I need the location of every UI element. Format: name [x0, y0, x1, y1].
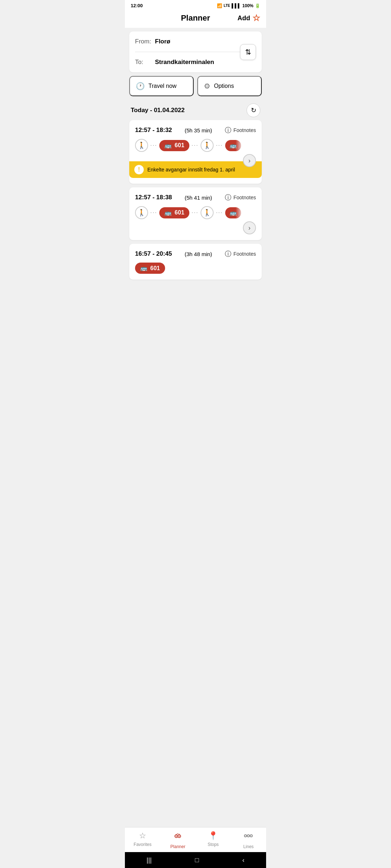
expand-btn-2[interactable]: ›	[243, 221, 256, 234]
walk-icon-2: 🚶	[135, 206, 148, 219]
footnotes-label-3: Footnotes	[234, 251, 256, 257]
bus-badge-3: 🚌 601	[135, 263, 165, 274]
nav-favorites[interactable]: ☆ Favorites	[125, 827, 160, 852]
bus-partial-1: 🚌	[225, 140, 241, 151]
battery-icon: 🔋	[255, 3, 260, 8]
sys-home-icon[interactable]: □	[195, 856, 199, 864]
status-bar: 12:00 📶 LTE ▌▌▌ 100% 🔋	[125, 0, 266, 10]
planner-icon	[173, 831, 182, 843]
trip-card-2: 12:57 - 18:38 (5h 41 min) ⓘ Footnotes 🚶 …	[129, 187, 262, 240]
stops-label: Stops	[207, 842, 219, 847]
travel-now-button[interactable]: 🕐 Travel now	[129, 76, 194, 96]
expand-btn-1[interactable]: ›	[243, 154, 256, 167]
swap-icon: ⇅	[245, 48, 251, 56]
lte-icon: LTE	[224, 4, 230, 8]
trip-card-1: 12:57 - 18:32 (5h 35 min) ⓘ Footnotes 🚶 …	[129, 120, 262, 184]
info-icon-2: ⓘ	[225, 193, 231, 202]
footnotes-label-2: Footnotes	[234, 195, 256, 200]
svg-point-5	[247, 835, 249, 837]
nav-stops[interactable]: 📍 Stops	[196, 827, 231, 852]
sys-back-icon[interactable]: ‹	[242, 856, 244, 864]
dots-1a: ···	[150, 142, 157, 149]
bus-icon-2b: 🚌	[230, 209, 237, 216]
trip-time-3: 16:57 - 20:45	[135, 250, 172, 258]
date-section: Today - 01.04.2022 ↻	[125, 100, 266, 120]
info-icon-1: ⓘ	[225, 126, 231, 135]
walk-icon-2b: 🚶	[201, 206, 214, 219]
svg-point-4	[244, 835, 247, 837]
trip-time-1: 12:57 - 18:32	[135, 127, 172, 134]
trip-route-3: 🚌 601	[135, 263, 256, 274]
trip-duration-3: (3h 48 min)	[185, 251, 212, 257]
travel-now-label: Travel now	[148, 83, 177, 89]
dots-1c: ···	[216, 142, 223, 149]
status-time: 12:00	[131, 3, 143, 8]
svg-point-6	[250, 835, 252, 837]
battery-text: 100%	[242, 3, 253, 8]
dots-2b: ···	[192, 209, 198, 216]
trip-header-2: 12:57 - 18:38 (5h 41 min) ⓘ Footnotes	[135, 193, 256, 202]
walk-icon-1: 🚶	[135, 139, 148, 152]
bus-number-1: 601	[175, 142, 184, 149]
dots-2a: ···	[150, 209, 157, 216]
favorites-label: Favorites	[134, 842, 151, 847]
trip-time-2: 12:57 - 18:38	[135, 194, 172, 201]
bus-icon-1b: 🚌	[230, 142, 237, 149]
bottom-nav: ☆ Favorites Planner 📍 Stops	[125, 827, 266, 852]
lines-icon	[244, 831, 253, 843]
action-row: 🕐 Travel now ⚙ Options	[129, 76, 262, 96]
bus-partial-2: 🚌	[225, 207, 241, 218]
route-card: From: Florø To: Strandkaiterminalen ⇅	[129, 31, 262, 72]
add-button[interactable]: Add ☆	[237, 13, 260, 23]
app-header: Planner Add ☆	[125, 10, 266, 28]
footnotes-btn-1[interactable]: ⓘ Footnotes	[225, 126, 256, 135]
star-icon: ☆	[252, 13, 260, 23]
bus-icon-3: 🚌	[140, 265, 147, 272]
nav-planner[interactable]: Planner	[160, 827, 196, 852]
info-icon-3: ⓘ	[225, 250, 231, 258]
trip-route-2: 🚶 ··· 🚌 601 ··· 🚶 ··· 🚌 ›	[135, 206, 256, 234]
bus-badge-1: 🚌 601	[159, 140, 189, 151]
swap-button[interactable]: ⇅	[240, 44, 256, 60]
system-nav: ||| □ ‹	[125, 852, 266, 868]
add-label: Add	[237, 14, 250, 22]
bus-icon-2: 🚌	[164, 209, 172, 216]
svg-point-3	[179, 836, 180, 837]
dots-2c: ···	[216, 209, 223, 216]
footnotes-label-1: Footnotes	[234, 127, 256, 133]
to-value: Strandkaiterminalen	[155, 59, 214, 66]
bus-number-3: 601	[150, 265, 160, 272]
stops-icon: 📍	[208, 831, 218, 841]
refresh-icon: ↻	[251, 106, 256, 114]
footnotes-btn-2[interactable]: ⓘ Footnotes	[225, 193, 256, 202]
trip-duration-1: (5h 35 min)	[185, 127, 212, 133]
lines-label: Lines	[243, 844, 254, 849]
footnotes-btn-3[interactable]: ⓘ Footnotes	[225, 250, 256, 258]
from-value: Florø	[155, 38, 171, 45]
refresh-button[interactable]: ↻	[247, 103, 260, 117]
bus-number-2: 601	[175, 209, 184, 216]
trip-duration-2: (5h 41 min)	[185, 195, 212, 201]
signal-icon: ▌▌▌	[232, 3, 241, 8]
warning-text-1: Enkelte avgangar innstilt fredag 1. apri…	[147, 167, 235, 173]
bus-badge-2: 🚌 601	[159, 207, 189, 218]
options-label: Options	[214, 83, 234, 89]
clock-icon: 🕐	[136, 82, 145, 90]
nav-lines[interactable]: Lines	[231, 827, 266, 852]
to-label: To:	[135, 59, 155, 66]
from-label: From:	[135, 38, 155, 45]
options-button[interactable]: ⚙ Options	[197, 76, 262, 96]
warning-banner-1: ! Enkelte avgangar innstilt fredag 1. ap…	[129, 161, 262, 178]
bus-icon-1: 🚌	[164, 142, 172, 149]
status-icons: 📶 LTE ▌▌▌ 100% 🔋	[217, 3, 260, 8]
trip-header-3: 16:57 - 20:45 (3h 48 min) ⓘ Footnotes	[135, 250, 256, 258]
svg-point-2	[176, 836, 177, 837]
page-title: Planner	[181, 13, 210, 23]
favorites-icon: ☆	[139, 831, 146, 841]
trip-header-1: 12:57 - 18:32 (5h 35 min) ⓘ Footnotes	[135, 126, 256, 135]
options-icon: ⚙	[204, 82, 210, 90]
sys-menu-icon[interactable]: |||	[147, 856, 152, 864]
planner-label: Planner	[171, 844, 185, 849]
date-text: Today - 01.04.2022	[131, 107, 185, 114]
walk-icon-1b: 🚶	[201, 139, 214, 152]
